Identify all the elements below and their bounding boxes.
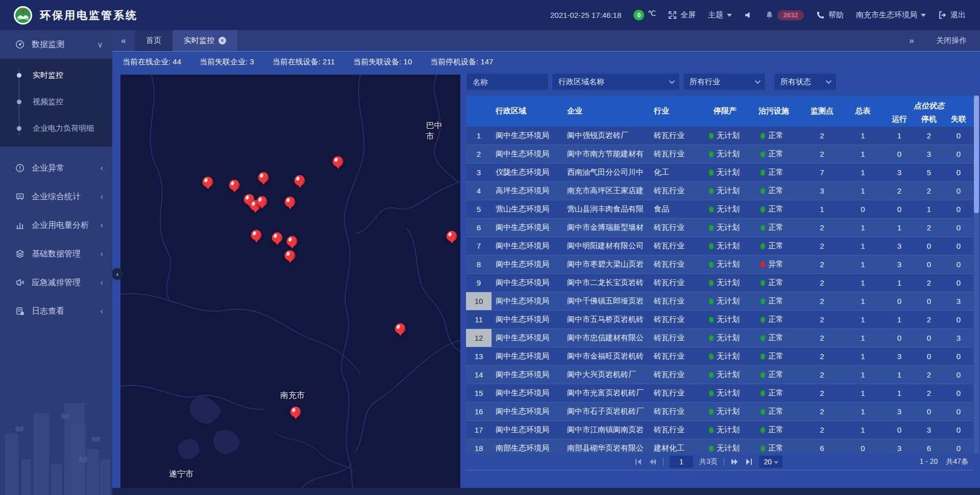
table-scrollbar[interactable] xyxy=(974,96,979,454)
cell-offline: 3 xyxy=(944,329,973,347)
sidebar-item-label: 基础数据管理 xyxy=(32,249,81,260)
map-pin-icon[interactable] xyxy=(257,196,267,207)
help-button[interactable]: 帮助 xyxy=(816,10,844,20)
col-header[interactable]: 治污设施 xyxy=(754,96,803,127)
page-title: 环保用电监管系统 xyxy=(40,8,138,22)
table-row[interactable]: 7阆中生态环境局阆中明阳建材有限公司砖瓦行业无计划正常21300 xyxy=(466,237,973,255)
fullscreen-label: 全屏 xyxy=(680,10,696,20)
status-filter-select[interactable]: 所有状态 xyxy=(774,73,837,90)
col-header[interactable]: 行政区域 xyxy=(492,96,563,127)
cell-running: 3 xyxy=(885,237,914,255)
next-page-button[interactable] xyxy=(730,458,739,465)
theme-dropdown[interactable]: 主题 xyxy=(708,10,732,20)
table-row[interactable]: 9阆中生态环境局阆中市二龙长宝页岩砖砖瓦行业无计划正常21120 xyxy=(466,274,973,292)
col-subheader[interactable]: 失联 xyxy=(944,112,973,127)
map-pin-icon[interactable] xyxy=(258,172,269,183)
map-pin-icon[interactable] xyxy=(272,232,283,243)
map-pin-icon[interactable] xyxy=(395,323,406,334)
tab-home[interactable]: 首页 xyxy=(135,30,173,51)
map-pin-icon[interactable] xyxy=(333,156,344,167)
table-row[interactable]: 13阆中生态环境局阆中市金福旺页岩机砖砖瓦行业无计划正常21300 xyxy=(466,347,973,366)
org-dropdown[interactable]: 南充市生态环境局 xyxy=(856,10,926,20)
table-row[interactable]: 1阆中生态环境局阆中强锐页岩砖厂砖瓦行业无计划正常21120 xyxy=(466,127,973,145)
region-filter-select[interactable]: 行政区域名称 xyxy=(552,73,680,90)
map-pin-icon[interactable] xyxy=(251,230,262,241)
cell-industry: 砖瓦行业 xyxy=(650,384,696,402)
scrollbar-thumb[interactable] xyxy=(974,96,979,213)
map-collapse-button[interactable]: ‹ xyxy=(112,268,123,279)
notifications-button[interactable]: 2632 xyxy=(765,10,804,20)
table-row[interactable]: 17阆中生态环境局阆中市江南镇阆南页岩砖瓦行业无计划正常21030 xyxy=(466,421,973,439)
logout-button[interactable]: 退出 xyxy=(938,10,966,20)
table-row[interactable]: 6阆中生态环境局阆中市金博瑞新型墙材砖瓦行业无计划正常21120 xyxy=(466,219,973,237)
tabs-scroll-right-button[interactable]: » xyxy=(900,36,923,46)
industry-filter-select[interactable]: 所有行业 xyxy=(683,73,766,90)
cell-stopped: 0 xyxy=(914,403,944,420)
name-filter-input[interactable] xyxy=(466,73,549,90)
map-pin-icon[interactable] xyxy=(285,197,296,207)
chevron-left-icon: ‹ xyxy=(101,192,103,201)
status-select-value: 所有状态 xyxy=(780,77,811,87)
sidebar-item-enterprise-abnormal[interactable]: 企业异常‹ xyxy=(0,154,112,182)
map-pin-icon[interactable] xyxy=(229,180,240,191)
last-page-button[interactable] xyxy=(745,458,753,465)
table-row[interactable]: 2阆中生态环境局阆中市南方节能建材有砖瓦行业无计划正常21030 xyxy=(466,145,973,163)
sidebar-item-base-data-management[interactable]: 基础数据管理‹ xyxy=(0,240,112,268)
col-header[interactable]: 监测点 xyxy=(803,96,841,127)
col-header[interactable]: 总表 xyxy=(841,96,885,127)
table-row[interactable]: 5营山生态环境局营山县润丰肉食品有限食品无计划正常10010 xyxy=(466,200,973,219)
cell-company: 阆中市光富页岩机砖厂 xyxy=(563,384,650,402)
col-header[interactable]: 企业 xyxy=(563,96,650,127)
table-row[interactable]: 4高坪生态环境局南充市高坪区王家店建砖瓦行业无计划正常31220 xyxy=(466,182,973,200)
cell-monitor-points: 2 xyxy=(803,292,841,310)
sidebar-subitem-power-load-detail[interactable]: 企业电力负荷明细 xyxy=(0,115,112,142)
sidebar-item-log-view[interactable]: 日志查看‹ xyxy=(0,297,112,325)
table-row[interactable]: 18南部生态环境局南部县砌华页岩有限公建材化工无计划正常60360 xyxy=(466,439,973,454)
map-pin-icon[interactable] xyxy=(295,175,305,186)
sidebar-item-power-usage-analysis[interactable]: 企业用电量分析‹ xyxy=(0,211,112,240)
page-size-select[interactable]: 20 xyxy=(759,456,782,468)
name-input[interactable] xyxy=(473,78,542,86)
map-panel[interactable]: 巴中市南充市遂宁市 xyxy=(120,75,460,488)
cell-running: 0 xyxy=(885,145,914,163)
sidebar-subitem-realtime-monitoring[interactable]: 实时监控 xyxy=(0,62,112,88)
map-pin-icon[interactable] xyxy=(285,250,296,261)
cell-stopped: 2 xyxy=(914,311,944,328)
col-header[interactable]: 行业 xyxy=(650,96,696,127)
map-pin-icon[interactable] xyxy=(203,177,213,187)
cell-production-status: 无计划 xyxy=(696,200,754,218)
tabs-scroll-left-button[interactable]: « xyxy=(112,30,135,51)
table-row[interactable]: 14阆中生态环境局阆中大兴页岩机砖厂砖瓦行业无计划正常21120 xyxy=(466,366,973,384)
table-row[interactable]: 11阆中生态环境局阆中市五马桥页岩机砖砖瓦行业无计划正常21120 xyxy=(466,311,973,329)
sidebar-item-enterprise-statistics[interactable]: 企业综合统计‹ xyxy=(0,182,112,211)
table-row[interactable]: 10阆中生态环境局阆中千佛镇五郎垭页岩砖瓦行业无计划正常21003 xyxy=(466,292,973,311)
cell-running: 1 xyxy=(885,311,914,328)
status-dot-icon xyxy=(761,280,765,286)
map-pin-icon[interactable] xyxy=(290,407,301,417)
map-pin-icon[interactable] xyxy=(447,231,457,242)
table-row[interactable]: 16阆中生态环境局阆中市石子页岩机砖厂砖瓦行业无计划正常21300 xyxy=(466,403,973,421)
col-header[interactable]: 停限产 xyxy=(696,96,754,127)
close-operations-button[interactable]: 关闭操作 xyxy=(936,36,967,45)
prev-page-button[interactable] xyxy=(649,458,657,465)
col-subheader[interactable]: 运行 xyxy=(885,112,914,127)
sidebar-subitem-video-monitoring[interactable]: 视频监控 xyxy=(0,88,112,115)
table-row[interactable]: 12阆中生态环境局阆中市忠信建材有限公砖瓦行业无计划正常21003 xyxy=(466,329,973,347)
sidebar-item-emergency-reduction[interactable]: 应急减排管理‹ xyxy=(0,268,112,297)
page-number-input[interactable]: 1 xyxy=(670,456,693,468)
table-row[interactable]: 15阆中生态环境局阆中市光富页岩机砖厂砖瓦行业无计划正常21120 xyxy=(466,384,973,403)
sound-mute-button[interactable] xyxy=(744,11,753,19)
table-row[interactable]: 3仪陇生态环境局西南油气田分公司川中化工无计划正常71350 xyxy=(466,163,973,182)
fullscreen-button[interactable]: 全屏 xyxy=(668,10,696,20)
tab-realtime[interactable]: 实时监控× xyxy=(173,30,237,51)
cell-company: 阆中大兴页岩机砖厂 xyxy=(563,366,650,384)
table-row[interactable]: 8阆中生态环境局阆中市枣碧大梁山页岩砖瓦行业无计划异常21300 xyxy=(466,255,973,274)
sidebar-item-data-monitoring[interactable]: 数据监测∨ xyxy=(0,30,112,59)
first-page-button[interactable] xyxy=(634,458,643,465)
col-subheader[interactable]: 停机 xyxy=(914,112,944,127)
cell-facility-status: 异常 xyxy=(754,255,803,273)
col-group-header: 点位状态 xyxy=(885,96,973,112)
map-pin-icon[interactable] xyxy=(287,236,298,247)
tab-close-icon[interactable]: × xyxy=(218,37,226,44)
cell-industry: 砖瓦行业 xyxy=(650,421,696,439)
